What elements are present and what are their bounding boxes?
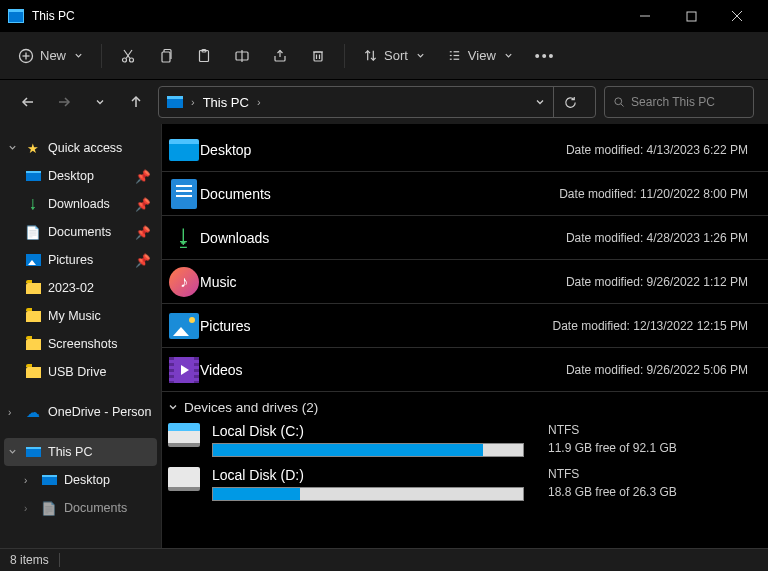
chevron-right-icon: ›: [191, 96, 195, 108]
sort-button[interactable]: Sort: [355, 44, 433, 67]
item-name: Music: [200, 274, 566, 290]
svg-point-8: [130, 58, 134, 62]
pin-icon: 📌: [135, 169, 151, 184]
sidebar-item-desktop[interactable]: ›Desktop: [0, 466, 161, 494]
toolbar: New Sort View •••: [0, 32, 768, 80]
desktop-icon: [169, 139, 199, 161]
drive-fs: NTFS: [548, 423, 748, 437]
sort-label: Sort: [384, 48, 408, 63]
folder-icon: [26, 311, 41, 322]
cloud-icon: ☁: [24, 404, 42, 420]
documents-icon: [171, 179, 197, 209]
chevron-right-icon[interactable]: ›: [8, 407, 18, 418]
close-button[interactable]: [714, 0, 760, 32]
group-label: Devices and drives (2): [184, 400, 318, 415]
drive-row[interactable]: Local Disk (C:) NTFS11.9 GB free of 92.1…: [162, 419, 768, 463]
sidebar-label: Documents: [48, 225, 111, 239]
sidebar-label: My Music: [48, 309, 101, 323]
pin-icon: 📌: [135, 253, 151, 268]
videos-icon: [169, 357, 199, 383]
sidebar-item-pictures[interactable]: Pictures📌: [0, 246, 161, 274]
chevron-down-icon: [416, 48, 425, 63]
sidebar-this-pc[interactable]: This PC: [4, 438, 157, 466]
chevron-down-icon: [74, 48, 83, 63]
sidebar-item-documents[interactable]: 📄Documents📌: [0, 218, 161, 246]
chevron-down-icon[interactable]: [168, 402, 178, 414]
download-icon: ⭣: [24, 197, 42, 211]
recent-button[interactable]: [86, 88, 114, 116]
up-button[interactable]: [122, 88, 150, 116]
sidebar-item-desktop[interactable]: Desktop📌: [0, 162, 161, 190]
separator: [101, 44, 102, 68]
separator: [344, 44, 345, 68]
minimize-button[interactable]: [622, 0, 668, 32]
chevron-right-icon[interactable]: ›: [24, 503, 34, 514]
address-bar[interactable]: › This PC ›: [158, 86, 596, 118]
folder-row[interactable]: DesktopDate modified: 4/13/2023 6:22 PM: [162, 128, 768, 172]
search-input[interactable]: [631, 95, 745, 109]
music-icon: ♪: [169, 267, 199, 297]
folder-row[interactable]: ⭳DownloadsDate modified: 4/28/2023 1:26 …: [162, 216, 768, 260]
item-meta: Date modified: 9/26/2022 5:06 PM: [566, 363, 748, 377]
view-button[interactable]: View: [439, 44, 521, 67]
folder-icon: [26, 339, 41, 350]
new-label: New: [40, 48, 66, 63]
sidebar-item-folder[interactable]: My Music: [0, 302, 161, 330]
group-header[interactable]: Devices and drives (2): [162, 392, 768, 419]
item-meta: Date modified: 4/13/2023 6:22 PM: [566, 143, 748, 157]
sidebar-label: Desktop: [64, 473, 110, 487]
back-button[interactable]: [14, 88, 42, 116]
breadcrumb[interactable]: This PC: [203, 95, 249, 110]
sidebar-quick-access[interactable]: ★ Quick access: [0, 134, 161, 162]
more-button[interactable]: •••: [527, 44, 564, 68]
title-bar: This PC: [0, 0, 768, 32]
folder-row[interactable]: VideosDate modified: 9/26/2022 5:06 PM: [162, 348, 768, 392]
paste-button[interactable]: [188, 44, 220, 68]
folder-icon: [26, 283, 41, 294]
folder-row[interactable]: DocumentsDate modified: 11/20/2022 8:00 …: [162, 172, 768, 216]
copy-button[interactable]: [150, 44, 182, 68]
pictures-icon: [26, 254, 41, 266]
usage-bar: [212, 487, 524, 501]
folder-row[interactable]: ♪MusicDate modified: 9/26/2022 1:12 PM: [162, 260, 768, 304]
drive-name: Local Disk (C:): [212, 423, 548, 439]
share-button[interactable]: [264, 44, 296, 68]
this-pc-icon: [8, 9, 24, 23]
sidebar-item-folder[interactable]: Screenshots: [0, 330, 161, 358]
drive-free: 18.8 GB free of 26.3 GB: [548, 485, 748, 499]
search-box[interactable]: [604, 86, 754, 118]
sidebar-item-downloads[interactable]: ⭣Downloads📌: [0, 190, 161, 218]
svg-rect-1: [687, 12, 696, 21]
sidebar-label: 2023-02: [48, 281, 94, 295]
rename-button[interactable]: [226, 44, 258, 68]
sidebar-onedrive[interactable]: ›☁OneDrive - Person: [0, 398, 161, 426]
file-list[interactable]: DesktopDate modified: 4/13/2023 6:22 PM …: [162, 124, 768, 548]
chevron-right-icon: ›: [257, 96, 261, 108]
sidebar-item-folder[interactable]: 2023-02: [0, 274, 161, 302]
new-button[interactable]: New: [10, 44, 91, 68]
item-meta: Date modified: 11/20/2022 8:00 PM: [559, 187, 748, 201]
refresh-button[interactable]: [553, 86, 587, 118]
cut-button[interactable]: [112, 44, 144, 68]
status-bar: 8 items: [0, 548, 768, 571]
sidebar-label: OneDrive - Person: [48, 405, 152, 419]
chevron-right-icon[interactable]: ›: [24, 475, 34, 486]
chevron-down-icon[interactable]: [8, 447, 18, 458]
documents-icon: 📄: [24, 225, 42, 240]
nav-bar: › This PC ›: [0, 80, 768, 124]
chevron-down-icon[interactable]: [535, 95, 545, 110]
sidebar-label: USB Drive: [48, 365, 106, 379]
desktop-icon: [42, 475, 57, 485]
maximize-button[interactable]: [668, 0, 714, 32]
forward-button[interactable]: [50, 88, 78, 116]
sidebar-item-folder[interactable]: USB Drive: [0, 358, 161, 386]
drive-icon: [168, 423, 200, 447]
sidebar-item-documents[interactable]: ›📄Documents: [0, 494, 161, 522]
view-label: View: [468, 48, 496, 63]
delete-button[interactable]: [302, 44, 334, 68]
item-meta: Date modified: 12/13/2022 12:15 PM: [553, 319, 748, 333]
folder-row[interactable]: PicturesDate modified: 12/13/2022 12:15 …: [162, 304, 768, 348]
chevron-down-icon[interactable]: [8, 143, 18, 154]
drive-row[interactable]: Local Disk (D:) NTFS18.8 GB free of 26.3…: [162, 463, 768, 507]
search-icon: [613, 95, 625, 109]
